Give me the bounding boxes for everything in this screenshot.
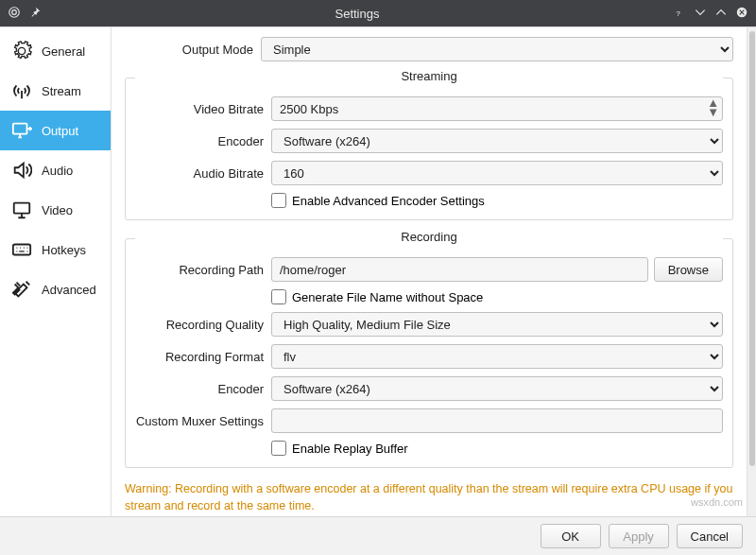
muxer-label: Custom Muxer Settings	[135, 414, 271, 428]
sidebar-item-label: Hotkeys	[42, 243, 86, 257]
speaker-icon	[11, 160, 32, 181]
content-pane: Output Mode Simple Streaming Video Bitra…	[112, 27, 747, 516]
streaming-group: Streaming Video Bitrate ▲▼ Encoder Softw…	[125, 69, 733, 220]
maximize-icon[interactable]	[714, 6, 728, 22]
window-title: Settings	[42, 7, 673, 21]
svg-rect-5	[14, 203, 30, 214]
recording-encoder-label: Encoder	[135, 382, 271, 396]
replay-buffer-label: Enable Replay Buffer	[292, 442, 408, 456]
recording-format-label: Recording Format	[135, 350, 271, 364]
svg-point-0	[9, 7, 20, 17]
sidebar-item-label: General	[42, 44, 85, 59]
recording-quality-select[interactable]: High Quality, Medium File Size	[271, 312, 723, 337]
output-mode-label: Output Mode	[125, 43, 261, 57]
svg-rect-4	[13, 124, 27, 134]
muxer-input[interactable]	[271, 408, 723, 433]
antenna-icon	[11, 80, 32, 101]
cancel-button[interactable]: Cancel	[677, 524, 743, 548]
sidebar-item-label: Output	[42, 124, 78, 138]
audio-bitrate-label: Audio Bitrate	[135, 166, 271, 181]
recording-encoder-select[interactable]: Software (x264)	[271, 376, 723, 401]
recording-path-label: Recording Path	[135, 263, 271, 277]
spin-buttons[interactable]: ▲▼	[707, 98, 719, 117]
sidebar-item-label: Advanced	[42, 283, 96, 297]
sidebar-item-audio[interactable]: Audio	[0, 150, 111, 190]
scrollbar-thumb[interactable]	[749, 31, 755, 466]
video-bitrate-input[interactable]	[271, 96, 723, 121]
recording-format-select[interactable]: flv	[271, 344, 723, 369]
sidebar-item-output[interactable]: Output	[0, 111, 111, 150]
filename-nospace-checkbox[interactable]	[271, 289, 286, 304]
audio-bitrate-select[interactable]: 160	[271, 161, 723, 185]
stream-encoder-label: Encoder	[135, 134, 271, 148]
ok-button[interactable]: OK	[541, 524, 601, 548]
svg-point-1	[12, 9, 17, 14]
app-icon	[8, 6, 21, 22]
sidebar: General Stream Output Audio Video Hotkey…	[0, 27, 112, 516]
sidebar-item-stream[interactable]: Stream	[0, 71, 111, 111]
filename-nospace-label: Generate File Name without Space	[292, 290, 483, 304]
tools-icon	[11, 279, 32, 300]
minimize-icon[interactable]	[694, 6, 707, 22]
browse-button[interactable]: Browse	[654, 257, 723, 282]
apply-button[interactable]: Apply	[609, 524, 669, 548]
close-icon[interactable]	[735, 6, 748, 22]
vertical-scrollbar[interactable]	[747, 27, 756, 516]
dialog-footer: OK Apply Cancel	[0, 516, 756, 555]
pin-icon[interactable]	[28, 6, 42, 22]
recording-quality-label: Recording Quality	[135, 318, 271, 332]
sidebar-item-general[interactable]: General	[0, 31, 111, 71]
advanced-encoder-checkbox-label: Enable Advanced Encoder Settings	[292, 194, 485, 208]
sidebar-item-label: Video	[42, 203, 73, 217]
sidebar-item-video[interactable]: Video	[0, 190, 111, 230]
sidebar-item-advanced[interactable]: Advanced	[0, 269, 111, 309]
keyboard-icon	[11, 239, 32, 260]
recording-path-input[interactable]	[271, 257, 648, 282]
svg-text:?: ?	[677, 9, 680, 17]
help-icon[interactable]: ?	[673, 6, 686, 22]
titlebar: Settings ?	[0, 0, 756, 26]
sidebar-item-hotkeys[interactable]: Hotkeys	[0, 230, 111, 269]
warning-text: Warning: Recording with a software encod…	[125, 477, 733, 514]
recording-group: Recording Recording Path Browse Generate…	[125, 230, 733, 468]
stream-encoder-select[interactable]: Software (x264)	[271, 129, 723, 153]
sidebar-item-label: Audio	[42, 164, 73, 178]
svg-rect-6	[13, 245, 30, 255]
video-bitrate-label: Video Bitrate	[135, 102, 271, 116]
monitor-icon	[11, 199, 32, 220]
sidebar-item-label: Stream	[42, 84, 81, 98]
advanced-encoder-checkbox[interactable]	[271, 193, 286, 208]
gear-icon	[11, 41, 32, 61]
replay-buffer-checkbox[interactable]	[271, 441, 286, 456]
recording-legend: Recording	[135, 230, 723, 248]
output-mode-select[interactable]: Simple	[261, 37, 733, 61]
streaming-legend: Streaming	[135, 69, 723, 87]
monitor-out-icon	[11, 120, 32, 141]
